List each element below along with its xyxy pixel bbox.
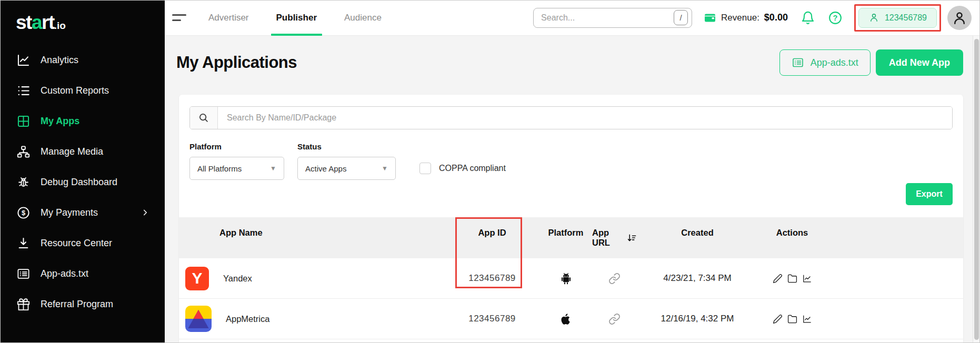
folder-icon[interactable] [787,274,797,284]
apps-search-bar [189,106,953,129]
column-header-app-url-label: App URL [592,228,623,248]
export-button[interactable]: Export [906,183,953,205]
logo-suffix: .io [54,20,66,31]
search-icon[interactable] [190,107,218,129]
bug-icon [16,175,31,189]
chart-icon[interactable] [802,314,812,324]
sidebar-item-label: Referral Program [41,299,113,310]
logo-accent-letter: a [32,12,42,33]
tab-audience[interactable]: Audience [331,0,395,35]
table-header-row: App Name App ID Platform App URL Created… [179,217,963,258]
person-icon [868,12,879,23]
app-name: AppMetrica [226,314,269,324]
column-header-platform: Platform [539,228,592,238]
sidebar-nav: Analytics Custom Reports My Apps Manage … [0,45,165,319]
slash-shortcut-key: / [674,10,688,25]
avatar[interactable] [947,6,972,30]
status-filter-label: Status [297,142,396,151]
chart-icon[interactable] [802,274,812,284]
chevron-down-icon: ▼ [382,165,388,172]
page-header: My Applications App-ads.txt Add New App [165,36,973,76]
sidebar-item-manage-media[interactable]: Manage Media [0,136,165,167]
list-box-icon [792,56,804,69]
dollar-circle-icon: $ [16,206,31,220]
app-ads-txt-button[interactable]: App-ads.txt [779,49,871,76]
logo-text: st [16,12,32,33]
sidebar-item-resource-center[interactable]: Resource Center [0,228,165,258]
app-url-link-icon[interactable] [592,273,637,285]
add-new-app-button[interactable]: Add New App [876,49,963,76]
sidebar-item-label: Custom Reports [41,85,109,96]
status-select-value: Active Apps [305,164,346,173]
hamburger-menu-icon[interactable] [172,14,186,21]
column-header-app-url[interactable]: App URL [592,228,637,248]
sidebar-item-label: App-ads.txt [41,268,88,279]
edit-pencil-icon[interactable] [773,274,783,284]
column-header-actions: Actions [758,228,826,238]
apps-search-input[interactable] [218,107,952,129]
logo-text-2: rt [42,12,54,33]
created-date: 4/23/21, 7:34 PM [637,273,758,284]
list-icon [16,84,31,98]
apple-platform-icon [539,312,592,326]
user-id-value: 123456789 [885,13,927,23]
topbar-tabs: Advertiser Publisher Audience [195,0,395,35]
page-header-actions: App-ads.txt Add New App [779,49,963,76]
sidebar-item-label: Debug Dashboard [41,177,117,188]
revenue-value: $0.00 [764,12,788,23]
annotation-box-user-id: 123456789 [854,4,941,32]
download-icon [16,236,31,250]
gift-icon [16,297,31,311]
app-ads-txt-button-label: App-ads.txt [811,57,858,68]
status-filter: Status Active Apps ▼ [297,142,396,180]
scrollbar-thumb[interactable] [974,39,979,340]
sort-icon[interactable] [627,233,637,243]
revenue-label: Revenue: [721,13,759,23]
table-row[interactable]: AppMetrica 123456789 12/16/19, 4:32 PM [179,299,963,339]
line-chart-icon [16,53,31,67]
status-select[interactable]: Active Apps ▼ [297,157,396,180]
tab-advertiser[interactable]: Advertiser [195,0,263,35]
page-title: My Applications [176,53,297,72]
column-header-app-name: App Name [179,228,445,238]
coppa-filter: COPPA compliant [419,163,506,174]
sidebar-item-label: Manage Media [41,146,103,157]
sidebar-item-my-payments[interactable]: $ My Payments [0,197,165,228]
sidebar-item-app-ads[interactable]: App-ads.txt [0,258,165,289]
column-header-app-id: App ID [445,228,539,238]
svg-text:?: ? [833,13,837,22]
global-search-input[interactable] [541,13,674,23]
coppa-label: COPPA compliant [439,164,506,173]
table-row[interactable]: Y Yandex 123456789 4/23/21, 7:34 PM [179,258,963,299]
list-box-icon [16,267,31,281]
coppa-checkbox[interactable] [419,163,431,174]
sidebar-item-debug-dashboard[interactable]: Debug Dashboard [0,167,165,197]
sidebar-item-label: Resource Center [41,238,112,249]
help-icon[interactable]: ? [828,11,843,25]
app-name: Yandex [223,274,252,284]
svg-text:$: $ [22,209,25,217]
sidebar-item-custom-reports[interactable]: Custom Reports [0,75,165,106]
filters-row: Platform All Platforms ▼ Status Active A… [189,142,953,180]
app-id: 123456789 [445,314,539,324]
appmetrica-app-logo [185,306,212,332]
edit-pencil-icon[interactable] [773,314,783,324]
app-url-link-icon[interactable] [592,313,637,325]
folder-icon[interactable] [787,314,797,324]
sidebar-item-analytics[interactable]: Analytics [0,45,165,75]
sidebar-item-referral-program[interactable]: Referral Program [0,289,165,319]
platform-select[interactable]: All Platforms ▼ [189,157,284,180]
main-content: My Applications App-ads.txt Add New App … [165,36,973,343]
startio-logo[interactable]: start.io [0,0,165,32]
platform-select-value: All Platforms [197,164,242,173]
sidebar-item-my-apps[interactable]: My Apps [0,106,165,136]
tab-publisher[interactable]: Publisher [263,0,331,35]
notifications-bell-icon[interactable] [801,11,815,25]
platform-filter: Platform All Platforms ▼ [189,142,284,180]
grid-icon [16,114,31,128]
scrollbar [973,36,980,343]
wallet-icon [704,12,716,24]
sidebar: start.io Analytics Custom Reports My App… [0,0,165,343]
user-id-chip[interactable]: 123456789 [858,8,937,28]
yandex-app-logo: Y [185,267,209,290]
